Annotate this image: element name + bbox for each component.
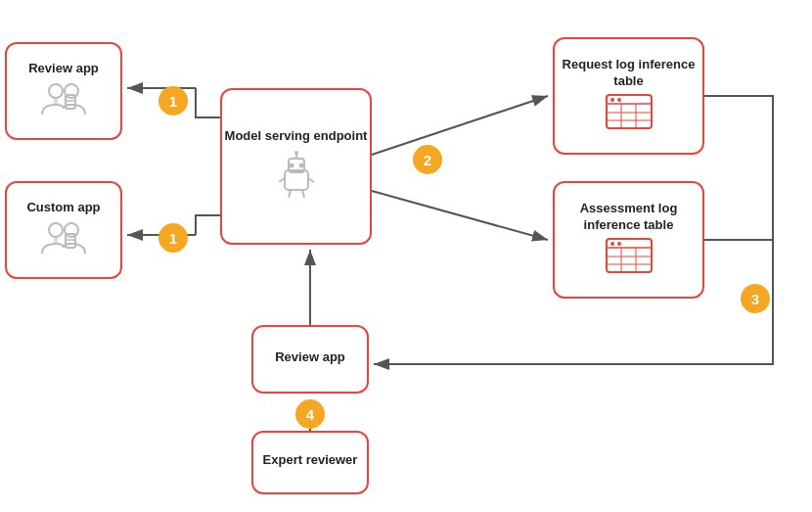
svg-line-5	[372, 191, 548, 240]
badge-2: 2	[413, 145, 442, 174]
badge-1-top: 1	[158, 86, 188, 116]
svg-line-4	[372, 96, 548, 155]
svg-line-28	[289, 190, 291, 198]
expert-reviewer-label: Expert reviewer	[263, 452, 358, 469]
review-app-top-label: Review app	[28, 61, 99, 77]
request-log-label: Request log inference table	[555, 57, 702, 90]
svg-point-24	[289, 163, 293, 167]
custom-app-box: Custom app	[5, 181, 122, 279]
badge-3: 3	[741, 284, 770, 313]
svg-rect-16	[54, 236, 58, 244]
assessment-log-label: Assessment log inference table	[555, 201, 702, 234]
svg-point-14	[49, 223, 63, 237]
badge-4: 4	[295, 399, 325, 429]
review-app-top-icon	[40, 81, 87, 121]
request-log-icon	[605, 93, 654, 135]
custom-app-icon	[40, 220, 87, 260]
expert-reviewer-box: Expert reviewer	[251, 431, 369, 494]
custom-app-label: Custom app	[26, 200, 100, 216]
svg-point-25	[298, 163, 303, 167]
model-serving-label: Model serving endpoint	[225, 128, 368, 145]
badge-1-bottom: 1	[158, 223, 188, 253]
svg-point-37	[617, 98, 621, 102]
model-serving-icon	[271, 149, 322, 205]
svg-point-36	[610, 98, 614, 102]
model-serving-box: Model serving endpoint	[220, 88, 372, 245]
svg-point-23	[294, 151, 298, 155]
svg-point-45	[617, 242, 621, 246]
diagram-container: Review app Custom app	[0, 0, 812, 512]
svg-point-8	[49, 84, 63, 98]
request-log-box: Request log inference table	[553, 37, 704, 155]
review-app-bottom-label: Review app	[275, 349, 345, 366]
review-app-bottom-box: Review app	[251, 325, 369, 394]
svg-line-29	[302, 190, 304, 198]
review-app-top-box: Review app	[5, 42, 122, 140]
assessment-log-box: Assessment log inference table	[553, 181, 704, 299]
svg-point-44	[610, 242, 614, 246]
svg-rect-10	[54, 97, 58, 105]
assessment-log-icon	[605, 237, 654, 279]
